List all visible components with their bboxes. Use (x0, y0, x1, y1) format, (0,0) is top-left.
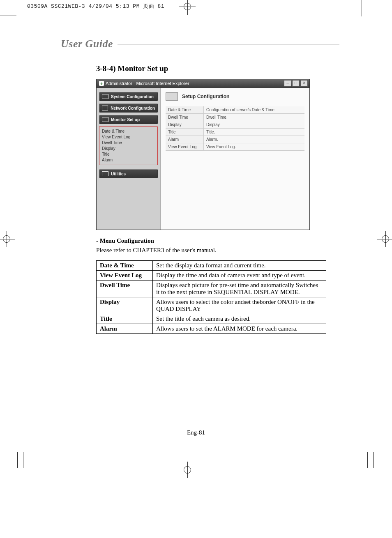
table-row: TitleSet the title of each camera as des… (97, 314, 326, 324)
close-button[interactable]: × (300, 80, 308, 87)
crop-header: 03509A SSC21WEB-3 4/29/04 5:13 PM 页面 81 (27, 2, 164, 10)
table-row: AlarmAlarm. (166, 136, 304, 143)
table-row: Date & TimeSet the display data format a… (97, 261, 326, 271)
nav-utilities[interactable]: Utilities (99, 169, 158, 178)
nav-sub-item[interactable]: Date & Time (102, 129, 155, 134)
utilities-icon (102, 171, 108, 176)
registration-mark (179, 0, 196, 15)
content-pane: Setup Configuration Date & TimeConfigura… (160, 88, 309, 230)
trim-mark (23, 452, 23, 468)
trim-mark (17, 452, 18, 468)
nav-monitor-setup[interactable]: Monitor Set up (99, 115, 158, 124)
trim-mark (362, 0, 362, 16)
trim-mark (376, 456, 392, 456)
table-row: AlarmAllows users to set the ALARM MODE … (97, 324, 326, 334)
titlebar: e Administrator - Microsoft Internet Exp… (97, 79, 309, 88)
guide-title: User Guide (61, 38, 113, 50)
nav-sub-item[interactable]: Display (102, 146, 155, 152)
registration-mark (377, 231, 392, 247)
registration-mark (0, 231, 15, 247)
window-title: Administrator - Microsoft Internet Explo… (106, 81, 189, 86)
subheading: - Menu Configuration (96, 237, 328, 244)
table-row: Dwell TimeDisplays each picture for pre-… (97, 280, 326, 297)
table-row: DisplayDisplay. (166, 121, 304, 129)
pane-title: Setup Configuration (182, 94, 229, 99)
nav-sub-item[interactable]: Title (102, 152, 155, 157)
table-row: Dwell TimeDwell Time. (166, 114, 304, 121)
network-icon (102, 106, 108, 110)
config-icon (102, 94, 108, 99)
nav-label: Utilities (111, 172, 126, 176)
table-row: DisplayAllows users to select the color … (97, 297, 326, 314)
nav-label: Monitor Set up (111, 117, 140, 122)
description-table: Date & TimeSet the display data format a… (96, 260, 326, 334)
nav-sub-item[interactable]: Dwell Time (102, 140, 155, 146)
browser-window-screenshot: e Administrator - Microsoft Internet Exp… (96, 79, 310, 230)
nav-sidebar: System Configuration Network Configurati… (97, 88, 160, 230)
nav-network-config[interactable]: Network Configuration (99, 103, 158, 113)
ie-icon: e (99, 81, 104, 86)
config-icon (166, 92, 178, 101)
maximize-button[interactable]: □ (292, 80, 300, 87)
nav-sublist: Date & Time View Event Log Dwell Time Di… (99, 126, 158, 165)
nav-label: System Configuration (111, 94, 154, 99)
trim-mark (367, 452, 368, 468)
registration-mark (179, 462, 196, 478)
table-row: Date & TimeConfiguration of server's Dat… (166, 106, 304, 114)
monitor-icon (102, 117, 108, 122)
divider (118, 44, 339, 44)
body-paragraph: Please refer to CHAPTER3 of the user's m… (96, 247, 328, 254)
config-table: Date & TimeConfiguration of server's Dat… (166, 106, 304, 151)
trim-mark (0, 16, 16, 16)
page-number: Eng-81 (0, 429, 392, 436)
table-row: TitleTitle. (166, 129, 304, 136)
nav-system-config[interactable]: System Configuration (99, 92, 158, 101)
trim-mark (373, 452, 374, 468)
minimize-button[interactable]: – (284, 80, 291, 87)
nav-label: Network Configuration (111, 106, 155, 110)
table-row: View Event LogDisplay the time and data … (97, 271, 326, 280)
section-heading: 3-8-4) Monitor Set up (96, 64, 328, 73)
table-row: View Event LogView Event Log. (166, 143, 304, 151)
nav-sub-item[interactable]: Alarm (102, 157, 155, 163)
nav-sub-item[interactable]: View Event Log (102, 134, 155, 140)
